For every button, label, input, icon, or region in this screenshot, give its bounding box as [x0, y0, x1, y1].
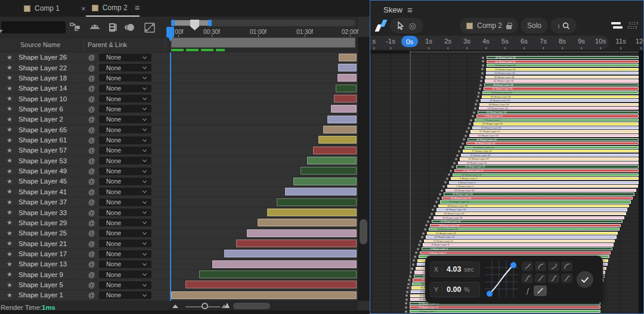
skew-layer-bar[interactable]: 61 Shape Layer 61: [472, 126, 639, 129]
ruler-label[interactable]: 5s: [501, 38, 509, 45]
layer-duration-bar[interactable]: [307, 157, 357, 164]
skew-layer-handle[interactable]: [450, 170, 452, 172]
layer-duration-bar[interactable]: [334, 95, 357, 102]
layer-name[interactable]: Shape Layer 65: [18, 126, 67, 133]
track-row[interactable]: [169, 52, 358, 63]
skew-layer-handle[interactable]: [439, 193, 441, 195]
skew-layer-handle[interactable]: [481, 72, 484, 74]
skew-layer-handle[interactable]: [411, 268, 413, 270]
pickwhip-icon[interactable]: @: [88, 240, 95, 247]
pickwhip-icon[interactable]: @: [88, 85, 95, 92]
y-offset-field[interactable]: Y 0.00 %: [430, 282, 480, 297]
mini-flowchart-icon[interactable]: [69, 21, 82, 33]
ruler-label[interactable]: 3s: [463, 38, 470, 45]
pickwhip-icon[interactable]: @: [88, 54, 95, 61]
parent-select[interactable]: None: [99, 219, 151, 226]
layer-name[interactable]: Shape Layer 57: [18, 147, 67, 154]
graph-hscrollbar[interactable]: [370, 51, 643, 54]
pickwhip-icon[interactable]: @: [88, 126, 95, 133]
skew-layer-bar[interactable]: 57 Shape Layer 57: [470, 130, 639, 133]
skew-layer-bar[interactable]: 37 Shape Layer 37: [463, 150, 639, 153]
pickwhip-icon[interactable]: @: [88, 116, 95, 123]
skew-layer-bar[interactable]: 28 Shape Layer 28: [430, 224, 621, 227]
skew-layer-handle[interactable]: [482, 60, 484, 63]
skew-layer-handle[interactable]: [418, 244, 420, 246]
track-row[interactable]: [169, 176, 358, 186]
ruler-label[interactable]: 11s: [615, 38, 626, 45]
layer-duration-bar[interactable]: [277, 198, 357, 206]
skew-layer-bar[interactable]: 10 Shape Layer 10: [478, 111, 639, 114]
navigator-end-handle[interactable]: [208, 20, 212, 26]
preset-curve-icon[interactable]: [522, 273, 533, 283]
skew-layer-bar[interactable]: 41 Shape Layer 41: [465, 146, 639, 149]
skew-layer-handle[interactable]: [456, 154, 459, 157]
skew-layer-handle[interactable]: [458, 150, 460, 153]
skew-layer-handle[interactable]: [482, 57, 484, 59]
skew-layer-bar[interactable]: 12 Shape Layer 12: [424, 240, 615, 243]
column-divider[interactable]: [83, 39, 84, 51]
close-tab-icon[interactable]: ×: [81, 4, 86, 13]
vertical-scrollbar[interactable]: [358, 37, 370, 301]
parent-select[interactable]: None: [99, 157, 151, 164]
layer-duration-bar[interactable]: [336, 85, 357, 92]
pickwhip-icon[interactable]: @: [88, 219, 95, 226]
layer-name[interactable]: Shape Layer 22: [18, 64, 67, 71]
layer-duration-bar[interactable]: [313, 147, 357, 154]
curve-editor[interactable]: [485, 260, 518, 297]
playhead[interactable]: [166, 27, 174, 42]
pickwhip-icon[interactable]: @: [88, 74, 95, 82]
track-row[interactable]: [169, 104, 358, 114]
preset-curve-icon[interactable]: [548, 262, 559, 271]
skew-layer-handle[interactable]: [405, 299, 408, 301]
skew-layer-handle[interactable]: [407, 287, 409, 289]
layer-duration-bar[interactable]: [212, 260, 357, 268]
layer-name[interactable]: Shape Layer 25: [18, 229, 67, 237]
layer-duration-bar[interactable]: [318, 136, 357, 144]
track-row[interactable]: [169, 270, 358, 280]
track-row[interactable]: [169, 94, 358, 104]
skew-layer-bar[interactable]: 26 Shape Layer 26: [482, 95, 639, 98]
layer-row[interactable]: ★Shape Layer 57@None: [0, 145, 169, 156]
skew-layer-handle[interactable]: [425, 224, 428, 226]
target-icon[interactable]: ◎: [408, 21, 416, 30]
skew-layer-bar[interactable]: 8 Shape Layer 8: [423, 243, 614, 246]
preset-curve-icon[interactable]: [561, 262, 572, 271]
layer-name[interactable]: Shape Layer 17: [18, 250, 67, 257]
skew-layer-handle[interactable]: [473, 111, 475, 114]
parent-select[interactable]: None: [99, 126, 151, 133]
preset-curve-icon[interactable]: [548, 273, 559, 283]
skew-layer-handle[interactable]: [429, 216, 431, 219]
skew-layer-bar[interactable]: 34 Shape Layer 34: [484, 87, 639, 90]
layer-row[interactable]: ★Shape Layer 10@None: [0, 94, 169, 104]
ruler-label[interactable]: 10s: [595, 38, 606, 45]
layer-duration-bar[interactable]: [327, 116, 357, 123]
skew-layer-bar[interactable]: 7 Shape Layer 7: [410, 310, 600, 313]
skew-layer-handle[interactable]: [477, 95, 479, 98]
skew-layer-bar[interactable]: 44 Shape Layer 44: [436, 208, 627, 211]
parent-select[interactable]: None: [99, 229, 151, 237]
track-row[interactable]: [169, 207, 358, 217]
skew-layer-bar[interactable]: 40 Shape Layer 40: [435, 212, 626, 215]
parent-select[interactable]: None: [99, 54, 151, 61]
layer-duration-bar[interactable]: [199, 271, 357, 278]
zoom-out-icon[interactable]: [172, 304, 178, 308]
zoom-search-button[interactable]: ↕: [550, 18, 577, 33]
skew-layer-bar[interactable]: 62 Shape Layer 62: [487, 60, 639, 63]
skew-layer-handle[interactable]: [441, 189, 443, 192]
pickwhip-icon[interactable]: @: [88, 198, 95, 206]
scrollbar-thumb[interactable]: [360, 219, 367, 244]
layer-row[interactable]: ★Shape Layer 41@None: [0, 187, 169, 197]
skew-layer-handle[interactable]: [419, 240, 422, 243]
skew-layer-bar[interactable]: 9 Shape Layer 9: [451, 177, 639, 180]
layer-name[interactable]: Shape Layer 53: [18, 157, 67, 164]
parent-select[interactable]: None: [99, 250, 151, 258]
ruler-label[interactable]: 7s: [540, 38, 547, 45]
layer-row[interactable]: ★Shape Layer 22@None: [0, 63, 169, 73]
x-offset-field[interactable]: X 4.03 sec: [430, 262, 480, 277]
parent-select[interactable]: None: [99, 74, 151, 82]
layer-duration-bar[interactable]: [338, 74, 357, 82]
skew-layer-handle[interactable]: [453, 162, 456, 164]
layer-duration-bar[interactable]: [267, 209, 357, 216]
skew-layer-handle[interactable]: [482, 64, 484, 67]
skew-layer-bar[interactable]: 64 Shape Layer 64: [445, 189, 636, 192]
